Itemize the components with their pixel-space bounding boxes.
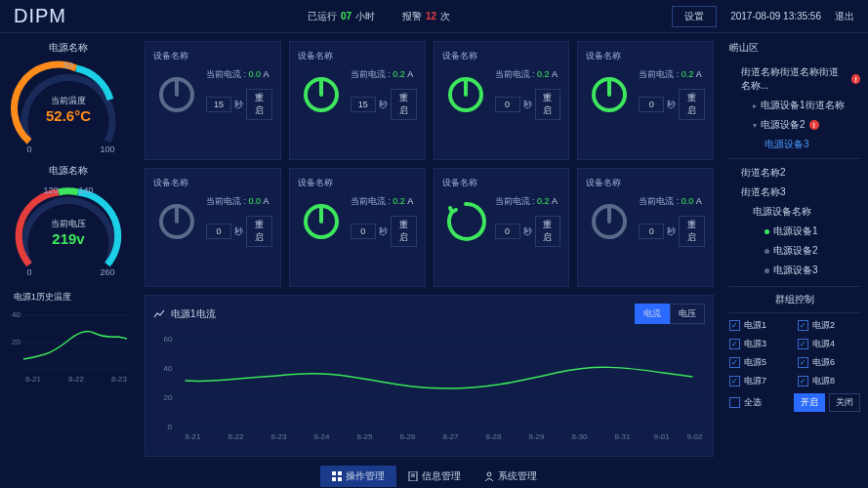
checkbox[interactable]: ✓ — [729, 339, 740, 349]
restart-button[interactable]: 重启 — [246, 216, 272, 247]
group-item[interactable]: ✓电源3 — [729, 338, 792, 350]
seconds-input[interactable] — [206, 97, 231, 112]
seconds-unit: 秒 — [379, 99, 388, 111]
status-dot-icon — [765, 229, 769, 234]
group-item[interactable]: ✓电源1 — [729, 319, 792, 332]
group-grid: ✓电源1✓电源2✓电源3✓电源4✓电源5✓电源6✓电源7✓电源8 — [729, 319, 860, 387]
tree-device-1[interactable]: ▸ 电源设备1街道名称 — [729, 96, 860, 115]
tree-sub-1[interactable]: 电源设备1 — [729, 222, 860, 241]
checkbox[interactable]: ✓ — [729, 376, 740, 386]
svg-text:0: 0 — [26, 267, 31, 277]
tree-device-2[interactable]: ▾ 电源设备2 ! — [729, 115, 860, 135]
tree-street-2[interactable]: 街道名称2 — [729, 163, 860, 183]
group-item[interactable]: ✓电源5 — [729, 356, 792, 369]
logout-link[interactable]: 退出 — [835, 10, 854, 23]
current-value: 0.2 — [537, 196, 550, 206]
restart-button[interactable]: 重启 — [535, 216, 561, 247]
svg-text:40: 40 — [164, 364, 173, 373]
logo: DIPM — [14, 5, 66, 27]
svg-text:8-23: 8-23 — [271, 432, 288, 441]
svg-text:9-02: 9-02 — [687, 432, 704, 441]
tree-sub-2[interactable]: 电源设备2 — [729, 241, 860, 261]
device-name: 设备名称 — [586, 177, 705, 189]
temp-gauge-title: 电源名称 — [6, 41, 131, 55]
current-label: 当前电流 : — [351, 196, 391, 206]
toggle-voltage-button[interactable]: 电压 — [670, 304, 705, 324]
checkbox[interactable]: ✓ — [798, 357, 808, 368]
footer-tab-info[interactable]: 信息管理 — [396, 466, 473, 487]
seconds-input[interactable] — [351, 224, 376, 239]
seconds-input[interactable] — [351, 97, 376, 112]
checkbox[interactable]: ✓ — [729, 357, 740, 368]
seconds-input[interactable] — [639, 97, 664, 112]
group-item[interactable]: ✓电源6 — [798, 356, 860, 369]
caret-down-icon: ▾ — [753, 121, 757, 130]
restart-button[interactable]: 重启 — [391, 89, 417, 120]
tree-dev-name[interactable]: 电源设备名称 — [729, 202, 860, 222]
group-control-title: 群组控制 — [729, 286, 860, 313]
seconds-unit: 秒 — [234, 99, 243, 111]
footer-tab-operation[interactable]: 操作管理 — [320, 466, 396, 487]
tree-street-1[interactable]: 街道名称街道名称街道名称... ! — [729, 62, 860, 96]
device-card: 设备名称当前电流 : 0.0 A秒重启 — [577, 168, 714, 287]
svg-text:0: 0 — [26, 144, 31, 154]
power-icon[interactable] — [153, 71, 200, 118]
svg-text:260: 260 — [100, 267, 114, 277]
footer-nav: 操作管理 信息管理 系统管理 — [0, 465, 868, 488]
device-card: 设备名称当前电流 : 0.2 A秒重启 — [434, 41, 570, 160]
status-dot-icon — [765, 249, 769, 254]
tree-device-3[interactable]: 电源设备3 — [729, 135, 860, 154]
voltage-gauge: 电源名称 当前电压 219v 0 120 140 260 — [6, 164, 131, 281]
chart-title: 电源1电流 — [171, 307, 216, 321]
tree-sub-3[interactable]: 电源设备3 — [729, 261, 860, 280]
device-card: 设备名称当前电流 : 0.2 A秒重启 — [289, 168, 426, 287]
current-unit: A — [407, 196, 413, 206]
group-item-label: 电源2 — [812, 319, 835, 332]
select-all-checkbox[interactable] — [729, 397, 740, 408]
checkbox[interactable]: ✓ — [798, 339, 808, 349]
seconds-input[interactable] — [495, 224, 520, 239]
checkbox[interactable]: ✓ — [729, 320, 740, 331]
checkbox[interactable]: ✓ — [798, 320, 808, 331]
group-on-button[interactable]: 开启 — [794, 393, 825, 412]
seconds-unit: 秒 — [523, 99, 532, 111]
svg-text:8-21: 8-21 — [25, 375, 42, 384]
toggle-current-button[interactable]: 电流 — [635, 304, 670, 324]
seconds-input[interactable] — [639, 224, 664, 239]
power-icon[interactable] — [298, 71, 345, 118]
alert-icon: ! — [851, 74, 860, 84]
group-item[interactable]: ✓电源2 — [798, 319, 860, 332]
checkbox[interactable]: ✓ — [798, 376, 808, 386]
group-item-label: 电源1 — [744, 319, 766, 332]
group-item[interactable]: ✓电源7 — [729, 375, 792, 387]
current-label: 当前电流 : — [495, 69, 535, 79]
group-item[interactable]: ✓电源8 — [798, 375, 860, 387]
power-icon[interactable] — [298, 198, 345, 245]
restart-button[interactable]: 重启 — [679, 89, 705, 120]
power-icon[interactable] — [153, 198, 200, 245]
chart-toggle: 电流 电压 — [635, 304, 705, 324]
current-label: 当前电流 : — [639, 69, 679, 79]
power-icon[interactable] — [586, 198, 633, 245]
svg-rect-50 — [332, 471, 336, 475]
alarm-label-pre: 报警 — [402, 10, 422, 23]
svg-text:120: 120 — [43, 185, 58, 195]
current-label: 当前电流 : — [639, 196, 679, 206]
power-icon[interactable] — [586, 71, 633, 118]
restart-button[interactable]: 重启 — [535, 89, 561, 120]
restart-button[interactable]: 重启 — [391, 216, 417, 247]
tree-street-3[interactable]: 街道名称3 — [729, 183, 860, 202]
restart-button[interactable]: 重启 — [246, 89, 272, 120]
settings-button[interactable]: 设置 — [672, 6, 717, 27]
svg-rect-52 — [332, 477, 336, 481]
current-unit: A — [407, 69, 413, 79]
device-name: 设备名称 — [298, 50, 417, 62]
group-item[interactable]: ✓电源4 — [798, 338, 860, 350]
seconds-input[interactable] — [495, 97, 520, 112]
restart-button[interactable]: 重启 — [679, 216, 705, 247]
seconds-input[interactable] — [206, 224, 231, 239]
group-off-button[interactable]: 关闭 — [829, 393, 860, 412]
device-card: 设备名称当前电流 : 0.0 A秒重启 — [145, 168, 281, 287]
power-icon[interactable] — [442, 71, 489, 118]
footer-tab-system[interactable]: 系统管理 — [473, 466, 549, 487]
